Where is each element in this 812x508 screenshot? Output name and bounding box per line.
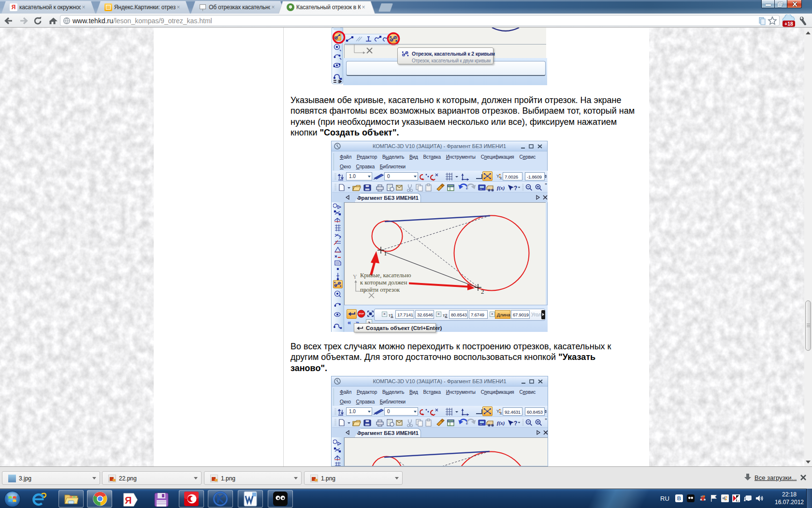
svg-text:Я: Я — [125, 495, 131, 506]
svg-text:Y: Y — [496, 174, 499, 179]
svg-text:f(x): f(x) — [497, 185, 505, 191]
svg-text:Y: Y — [353, 273, 357, 280]
svg-text:?: ? — [514, 420, 517, 427]
svg-text:к которым должен: к которым должен — [360, 279, 407, 286]
svg-text:STOP: STOP — [359, 313, 364, 315]
svg-text:f(x): f(x) — [497, 420, 505, 426]
svg-text:Кривые, касательно: Кривые, касательно — [360, 272, 411, 279]
svg-text:1: 1 — [384, 250, 387, 257]
svg-text:пройти отрезок: пройти отрезок — [360, 286, 400, 293]
svg-text:?: ? — [514, 185, 517, 192]
svg-text:B: B — [677, 495, 681, 501]
svg-text:x: x — [500, 176, 502, 180]
svg-text:”: ” — [545, 418, 547, 423]
svg-text:”: ” — [545, 183, 547, 188]
svg-text:x: x — [500, 411, 502, 416]
svg-text:+18: +18 — [784, 21, 793, 27]
svg-text:Y: Y — [496, 409, 499, 414]
svg-text:2: 2 — [481, 288, 484, 295]
